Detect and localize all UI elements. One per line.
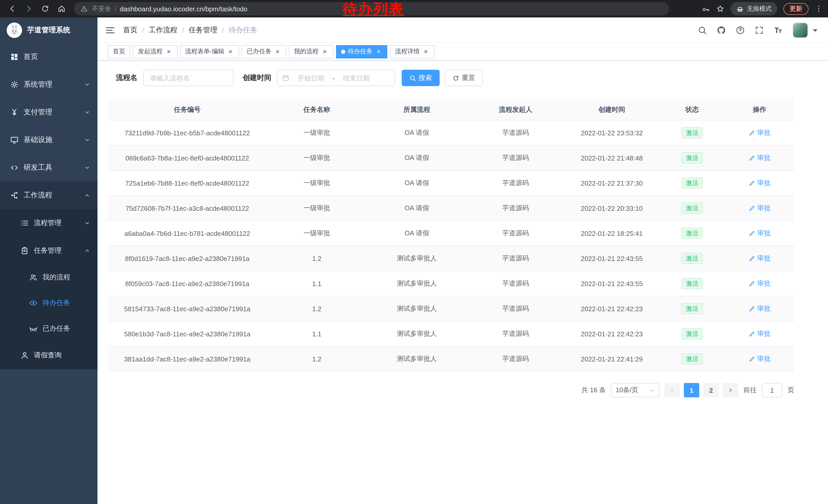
edit-icon <box>748 230 755 237</box>
text-size-icon[interactable] <box>774 26 783 35</box>
tab-label: 待办任务 <box>348 47 372 56</box>
sidebar-toggle-button[interactable] <box>97 17 123 43</box>
page-size-select[interactable]: 10条/页 <box>611 383 659 397</box>
cell-task-id: a6aba0a4-7b6d-11ec-b781-acde48001122 <box>108 221 267 245</box>
tab-label: 首页 <box>113 47 125 56</box>
sidebar-item[interactable]: 我的流程 <box>0 265 97 290</box>
cell-status: 激活 <box>659 121 725 145</box>
start-date-input[interactable] <box>291 74 330 82</box>
cell-task-id: 381aa1dd-7ac8-11ec-a9e2-a2380e71991a <box>108 347 267 371</box>
approve-link[interactable]: 审批 <box>748 178 771 188</box>
approve-link[interactable]: 审批 <box>748 254 771 263</box>
search-icon[interactable] <box>698 26 707 35</box>
view-tab[interactable]: 首页 × <box>108 45 130 58</box>
next-page-button[interactable] <box>723 383 738 397</box>
approve-link[interactable]: 审批 <box>748 128 771 137</box>
incognito-label: 无痕模式 <box>747 4 772 13</box>
approve-link[interactable]: 审批 <box>748 279 771 288</box>
approve-label: 审批 <box>757 279 771 288</box>
cell-task-name: 1.2 <box>267 246 367 271</box>
help-icon[interactable] <box>736 26 745 35</box>
github-icon[interactable] <box>717 26 726 35</box>
fullscreen-icon[interactable] <box>755 26 764 35</box>
end-date-input[interactable] <box>337 74 376 82</box>
refresh-icon <box>452 75 459 81</box>
update-label: 更新 <box>790 4 802 13</box>
prev-page-button[interactable] <box>664 383 680 397</box>
table-row: 580e1b3d-7ac8-11ec-a9e2-a2380e71991a 1.1… <box>108 321 794 347</box>
approve-link[interactable]: 审批 <box>748 229 771 238</box>
tab-close-icon[interactable]: × <box>227 48 234 55</box>
sidebar-item[interactable]: 系统管理 <box>0 71 97 98</box>
sidebar-item[interactable]: 请假查询 <box>0 341 97 369</box>
date-range-picker[interactable]: - <box>277 70 395 86</box>
sidebar-item[interactable]: 任务管理 <box>0 237 97 265</box>
tab-close-icon[interactable]: × <box>321 48 328 55</box>
page-number-button[interactable]: 1 <box>684 383 699 397</box>
cell-action: 审批 <box>725 246 794 271</box>
edit-icon <box>748 330 755 337</box>
chevron-icon <box>84 82 90 88</box>
breadcrumb-item[interactable]: / 待办任务 <box>217 26 257 35</box>
sidebar-item[interactable]: 待办任务 <box>0 290 97 316</box>
process-name-input[interactable] <box>143 70 234 86</box>
tab-close-icon[interactable]: × <box>375 48 382 55</box>
cell-initiator: 芋道源码 <box>467 321 564 346</box>
sidebar-item[interactable]: 工作流程 <box>0 182 97 209</box>
view-tab[interactable]: 发起流程 × <box>133 45 177 58</box>
cell-process: 测试多审批人 <box>367 296 467 321</box>
browser-menu-kebab-icon[interactable] <box>815 5 823 13</box>
key-icon[interactable] <box>702 5 710 13</box>
approve-link[interactable]: 审批 <box>748 203 771 213</box>
browser-forward-button[interactable] <box>22 2 36 16</box>
cell-initiator: 芋道源码 <box>467 221 564 245</box>
sidebar-item[interactable]: 支付管理 <box>0 98 97 126</box>
cell-initiator: 芋道源码 <box>467 196 564 221</box>
sidebar-item[interactable]: 基础设施 <box>0 126 97 154</box>
browser-back-button[interactable] <box>5 2 19 16</box>
breadcrumb-item[interactable]: / 工作流程 <box>137 26 177 35</box>
cell-status: 激活 <box>659 321 725 346</box>
tab-active-dot <box>341 49 345 54</box>
app-logo[interactable]: 芋道管理系统 <box>0 17 97 43</box>
approve-link[interactable]: 审批 <box>748 153 771 163</box>
search-button[interactable]: 搜索 <box>402 70 440 86</box>
cell-status: 激活 <box>659 221 725 245</box>
tab-close-icon[interactable]: × <box>422 48 429 55</box>
page-number-button[interactable]: 2 <box>703 383 719 397</box>
tab-close-icon[interactable]: × <box>274 48 281 55</box>
edit-icon <box>748 180 755 186</box>
sidebar-item[interactable]: 流程管理 <box>0 209 97 237</box>
browser-update-button[interactable]: 更新 <box>783 3 809 15</box>
approve-link[interactable]: 审批 <box>748 329 771 338</box>
user-menu[interactable] <box>793 22 820 38</box>
view-tab[interactable]: 待办任务 × <box>336 45 387 58</box>
goto-page-input[interactable] <box>762 383 782 397</box>
todo-task-table: 任务编号 任务名称 所属流程 流程发起人 创建时间 状态 操作 <box>108 99 794 372</box>
sidebar: 芋道管理系统 首页 系统管理 支付管理 <box>0 17 97 504</box>
table-header-cell: 状态 <box>659 99 725 120</box>
chevron-left-icon <box>669 387 675 393</box>
table-row: 73211d9d-7b9b-11ec-b5b7-acde48001122 一级审… <box>108 121 794 146</box>
tags-view-bar: 首页 × 发起流程 × 流程表单-编辑 × <box>97 43 828 60</box>
tab-close-icon[interactable]: × <box>165 48 172 55</box>
browser-reload-button[interactable] <box>38 2 52 16</box>
approve-link[interactable]: 审批 <box>748 354 771 364</box>
approve-link[interactable]: 审批 <box>748 304 771 313</box>
bookmark-star-icon[interactable] <box>716 5 724 13</box>
browser-home-button[interactable] <box>54 2 69 16</box>
avatar[interactable] <box>793 22 808 38</box>
cell-status: 激活 <box>659 196 725 221</box>
table-header-cell: 所属流程 <box>367 99 467 120</box>
breadcrumb-item[interactable]: / 首页 <box>123 26 137 35</box>
view-tab[interactable]: 已办任务 × <box>242 45 286 58</box>
browser-chrome: 不安全 dashboard.yudao.iocoder.cn/bpm/task/… <box>0 0 828 17</box>
sidebar-item[interactable]: 已办任务 <box>0 316 97 341</box>
view-tab[interactable]: 流程表单-编辑 × <box>180 45 239 58</box>
breadcrumb-item[interactable]: / 任务管理 <box>177 26 217 35</box>
reset-button[interactable]: 重置 <box>445 70 483 86</box>
view-tab[interactable]: 我的流程 × <box>289 45 333 58</box>
view-tab[interactable]: 流程详情 × <box>390 45 434 58</box>
sidebar-item[interactable]: 首页 <box>0 43 97 71</box>
sidebar-item[interactable]: 研发工具 <box>0 154 97 182</box>
